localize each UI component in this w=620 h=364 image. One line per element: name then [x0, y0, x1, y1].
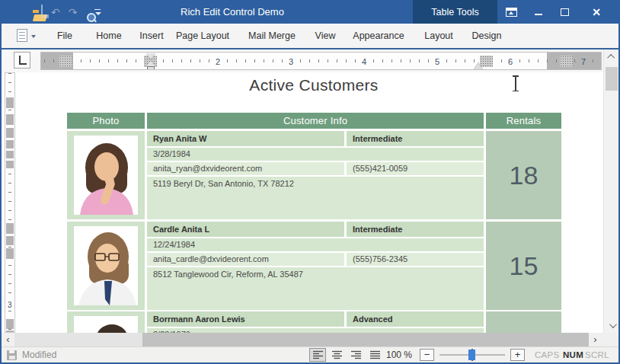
horizontal-scrollbar[interactable]: ‹ › [2, 333, 602, 346]
caps-lock-indicator: CAPS [535, 347, 560, 362]
align-left-icon [313, 350, 323, 359]
customer-phone: (555)421-0059 [347, 162, 484, 175]
tab-stop-selector[interactable] [14, 52, 30, 69]
photo-cell [67, 311, 145, 333]
rentals-count [486, 311, 561, 333]
scroll-lock-indicator: SCRL [585, 347, 609, 362]
document-menu-icon [17, 29, 27, 42]
table-row-marker [6, 114, 14, 125]
tab-layout[interactable]: Layout [424, 24, 453, 48]
minimize-icon [535, 14, 542, 15]
table-row-marker [6, 128, 14, 138]
table-row-marker [6, 151, 14, 158]
align-center-icon [332, 350, 342, 359]
zoom-in-button[interactable]: + [510, 349, 525, 361]
chevron-down-icon [609, 321, 616, 328]
fullscreen-button[interactable] [500, 0, 523, 24]
align-left-button[interactable] [309, 348, 326, 362]
status-bar: Modified 100 % − [2, 346, 618, 362]
document-canvas[interactable]: Active Customers Photo Customer Info Ren… [16, 72, 603, 333]
tab-appearance[interactable]: Appearance [353, 24, 404, 48]
scroll-up-button[interactable] [604, 50, 619, 63]
table-header-rentals: Rentals [486, 113, 561, 129]
title-bar: ↶ ↷ Rich Edit Control Demo Table Tools ✕ [0, 0, 620, 24]
right-indent-marker[interactable] [474, 62, 483, 69]
chevron-down-icon [31, 35, 36, 38]
customer-address: 5119 Beryl Dr, San Antonio, TX 78212 [147, 177, 484, 219]
zoom-percentage: 100 % [386, 347, 412, 362]
horizontal-scroll-thumb[interactable] [14, 333, 142, 346]
horizontal-ruler-bar: 2 3 4 5 6 7 [2, 49, 603, 72]
table-row-marker [6, 236, 14, 245]
ruler-number: 4 [360, 53, 369, 70]
tab-home[interactable]: Home [96, 24, 121, 48]
modified-floppy-icon [7, 350, 17, 360]
vertical-scroll-thumb[interactable] [606, 67, 618, 91]
table-header-photo: Photo [67, 113, 145, 129]
table-row-marker [6, 140, 14, 148]
customer-level: Advanced [347, 311, 484, 327]
customer-birthdate: 12/24/1984 [147, 238, 484, 251]
save-icon [41, 5, 43, 19]
ruler-ticks [8, 73, 11, 332]
table-row-marker [6, 319, 14, 329]
save-button[interactable] [41, 5, 43, 19]
table-column-marker[interactable] [59, 56, 72, 67]
table-row: Borrmann Aaron Lewis Advanced 8/20/1976 [67, 311, 561, 333]
vertical-ruler[interactable]: 3 [5, 72, 15, 333]
table-column-marker[interactable] [560, 56, 573, 67]
table-row-marker [6, 248, 14, 259]
scroll-down-button[interactable] [604, 319, 619, 332]
ribbon-tab-bar: File Home Insert Page Layout Mail Merge … [0, 24, 620, 49]
rentals-count: 18 [486, 131, 561, 219]
minimize-button[interactable] [527, 0, 550, 24]
tab-mail-merge[interactable]: Mail Merge [248, 24, 296, 48]
ruler-number: 3 [8, 301, 12, 309]
close-button[interactable]: ✕ [585, 0, 608, 24]
text-cursor-ibeam-icon [512, 75, 519, 91]
table-tools-context-tab[interactable]: Table Tools [413, 0, 497, 24]
maximize-icon [561, 8, 569, 16]
table-row: Ryan Anita W Intermediate 3/28/1984 anit… [67, 131, 561, 219]
align-center-button[interactable] [328, 348, 345, 362]
window-border [0, 0, 2, 364]
num-lock-indicator: NUM [563, 347, 583, 362]
customer-photo [74, 316, 138, 333]
modified-status-label: Modified [22, 347, 56, 362]
tab-file[interactable]: File [57, 24, 72, 48]
align-right-icon [351, 350, 361, 359]
tab-page-layout[interactable]: Page Layout [176, 24, 229, 48]
customer-photo [74, 226, 138, 305]
tab-design[interactable]: Design [472, 24, 502, 48]
align-justify-icon [370, 350, 380, 359]
ruler-ticks [44, 59, 601, 62]
scroll-right-button[interactable]: › [589, 333, 602, 346]
scroll-left-button[interactable]: ‹ [2, 333, 14, 346]
tab-view[interactable]: View [315, 24, 336, 48]
customer-address: 8512 Tanglewood Cir, Reform, AL 35487 [147, 267, 484, 310]
customer-level: Intermediate [347, 131, 484, 146]
application-menu-button[interactable] [17, 29, 44, 44]
zoom-slider-thumb[interactable] [468, 350, 475, 360]
align-justify-button[interactable] [366, 348, 383, 362]
first-line-indent-marker[interactable] [146, 53, 155, 59]
table-row-marker [6, 223, 14, 234]
table-row: Cardle Anita L Intermediate 12/24/1984 a… [67, 222, 561, 310]
photo-cell [67, 222, 145, 310]
customer-name: Borrmann Aaron Lewis [147, 311, 344, 327]
customer-email: anita_ryan@dxvideorent.com [147, 162, 344, 175]
left-indent-marker[interactable] [147, 66, 155, 70]
align-right-button[interactable] [347, 348, 364, 362]
tab-insert[interactable]: Insert [139, 24, 163, 48]
vertical-scrollbar[interactable] [603, 49, 618, 333]
zoom-slider[interactable] [439, 347, 505, 362]
hanging-indent-marker[interactable] [146, 60, 155, 66]
maximize-button[interactable] [553, 0, 576, 24]
customer-name: Ryan Anita W [147, 131, 344, 146]
ruler-number: 2 [213, 53, 222, 70]
app-window: ↶ ↷ Rich Edit Control Demo Table Tools ✕… [0, 0, 620, 364]
rentals-count: 15 [486, 222, 561, 310]
zoom-out-button[interactable]: − [420, 349, 434, 361]
customer-phone: (555)756-2345 [347, 253, 484, 266]
horizontal-ruler[interactable]: 2 3 4 5 6 7 [40, 52, 602, 70]
